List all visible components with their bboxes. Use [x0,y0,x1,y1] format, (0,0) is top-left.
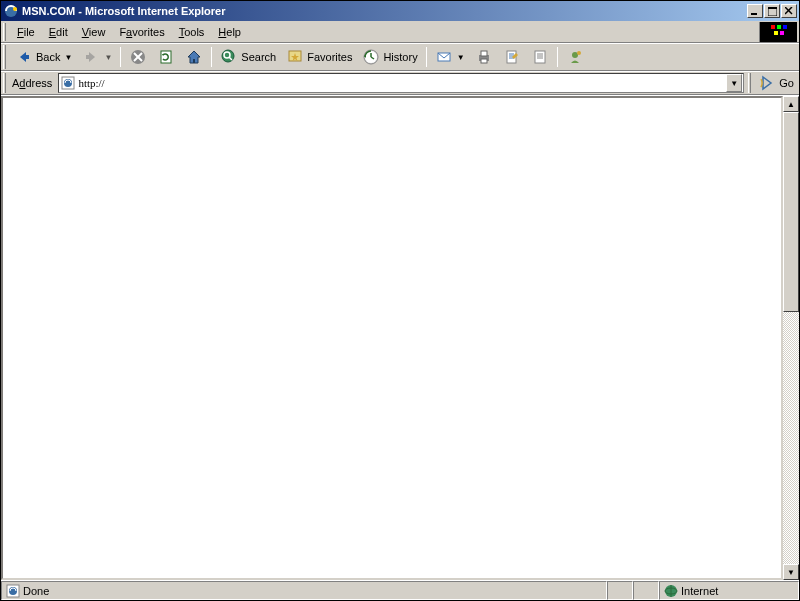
svg-rect-10 [774,31,778,35]
address-dropdown-button[interactable]: ▼ [726,74,742,92]
scroll-up-button[interactable]: ▲ [783,96,799,112]
svg-rect-4 [768,7,777,9]
address-bar: Address ▼ Go [1,71,799,95]
toolbar-grip[interactable] [3,45,6,69]
stop-button[interactable] [124,45,152,69]
mail-icon [435,48,453,66]
throbber-icon [759,22,797,42]
title-bar[interactable]: MSN.COM - Microsoft Internet Explorer [1,1,799,21]
status-bar: Done Internet [1,580,799,600]
discuss-icon [531,48,549,66]
svg-rect-35 [535,51,545,63]
status-pane-2 [607,581,633,600]
address-input-wrapper[interactable]: ▼ [58,73,744,93]
svg-rect-9 [783,25,787,29]
address-label: Address [10,77,54,89]
separator [426,47,427,67]
svg-rect-8 [777,25,781,29]
separator [557,47,558,67]
svg-rect-2 [751,13,757,15]
favorites-label: Favorites [307,51,352,63]
minimize-button[interactable] [747,4,763,18]
print-icon [475,48,493,66]
back-dropdown-icon[interactable]: ▼ [64,53,72,62]
go-label: Go [779,77,794,89]
home-button[interactable] [180,45,208,69]
close-button[interactable] [781,4,797,18]
security-zone-pane: Internet [659,581,799,600]
menu-bar: File Edit View Favorites Tools Help [1,21,799,43]
svg-rect-13 [86,55,91,59]
menu-tools[interactable]: Tools [172,24,212,40]
home-icon [185,48,203,66]
page-content[interactable] [1,96,783,580]
window-title: MSN.COM - Microsoft Internet Explorer [22,5,747,17]
back-button[interactable]: Back ▼ [10,45,77,69]
svg-rect-17 [161,51,171,63]
toolbar: Back ▼ ▼ Search Favorites History [1,43,799,71]
vertical-scrollbar[interactable]: ▲ ▼ [783,96,799,580]
svg-rect-7 [771,25,775,29]
svg-rect-29 [481,51,487,56]
print-button[interactable] [470,45,498,69]
discuss-button[interactable] [526,45,554,69]
back-label: Back [36,51,60,63]
separator [120,47,121,67]
svg-point-40 [577,51,581,55]
forward-button[interactable]: ▼ [77,45,117,69]
svg-rect-11 [780,31,784,35]
status-pane-3 [633,581,659,600]
status-text: Done [23,585,49,597]
address-input[interactable] [76,77,726,89]
edit-button[interactable] [498,45,526,69]
edit-icon [503,48,521,66]
go-icon [758,74,776,92]
mail-button[interactable]: ▼ [430,45,470,69]
svg-rect-12 [24,55,29,59]
scroll-thumb[interactable] [783,112,799,312]
forward-arrow-icon [82,48,100,66]
security-zone-label: Internet [681,585,718,597]
mail-dropdown-icon[interactable]: ▼ [457,53,465,62]
history-button[interactable]: History [357,45,422,69]
internet-zone-icon [664,584,678,598]
search-button[interactable]: Search [215,45,281,69]
favorites-icon [286,48,304,66]
window-buttons [747,4,797,18]
svg-rect-30 [481,59,487,63]
stop-icon [129,48,147,66]
history-label: History [383,51,417,63]
menu-file[interactable]: File [10,24,42,40]
refresh-button[interactable] [152,45,180,69]
separator [211,47,212,67]
content-area: ▲ ▼ [1,95,799,580]
menu-edit[interactable]: Edit [42,24,75,40]
menu-help[interactable]: Help [211,24,248,40]
go-button[interactable]: Go [755,73,797,93]
search-label: Search [241,51,276,63]
go-grip[interactable] [748,73,751,93]
addressbar-grip[interactable] [3,73,6,93]
status-text-pane: Done [1,581,607,600]
menubar-grip[interactable] [3,23,6,41]
menu-favorites[interactable]: Favorites [112,24,171,40]
svg-point-1 [13,7,17,11]
scroll-track[interactable] [783,112,799,564]
svg-rect-18 [193,59,195,63]
back-arrow-icon [15,48,33,66]
messenger-button[interactable] [561,45,589,69]
forward-dropdown-icon[interactable]: ▼ [104,53,112,62]
maximize-button[interactable] [764,4,780,18]
history-icon [362,48,380,66]
refresh-icon [157,48,175,66]
menu-view[interactable]: View [75,24,113,40]
ie-status-icon [6,584,20,598]
browser-window: MSN.COM - Microsoft Internet Explorer Fi… [1,1,799,600]
messenger-icon [566,48,584,66]
ie-page-icon [60,75,76,91]
ie-icon [3,3,19,19]
search-icon [220,48,238,66]
favorites-button[interactable]: Favorites [281,45,357,69]
scroll-down-button[interactable]: ▼ [783,564,799,580]
